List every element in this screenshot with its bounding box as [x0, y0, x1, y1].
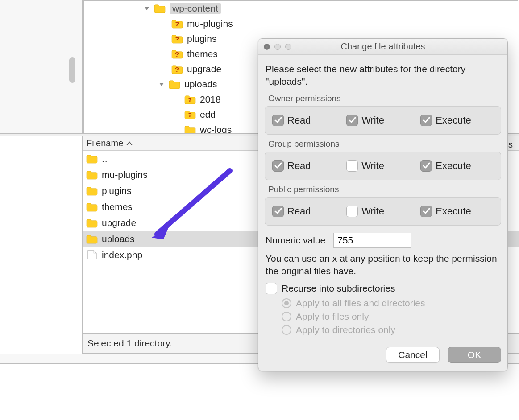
checkbox-icon — [272, 206, 284, 217]
public-read-checkbox[interactable]: Read — [272, 206, 345, 217]
folder-icon — [86, 186, 98, 196]
file-icon — [86, 250, 98, 260]
folder-unknown-icon — [184, 95, 196, 104]
left-gutter — [0, 0, 83, 133]
perm-label: Execute — [436, 160, 471, 172]
folder-unknown-icon — [171, 19, 183, 29]
owner-read-checkbox[interactable]: Read — [272, 115, 345, 126]
file-name: mu-plugins — [102, 169, 148, 180]
tree-label: wp-content — [170, 3, 221, 14]
folder-unknown-icon — [171, 34, 183, 44]
file-name: uploads — [102, 234, 135, 244]
tree-label: edd — [200, 109, 216, 120]
checkbox-icon — [272, 115, 284, 126]
tree-label: upgrade — [187, 64, 221, 74]
recurse-checkbox[interactable]: Recurse into subdirectories — [266, 283, 500, 294]
radio-label: Apply to all files and directories — [296, 298, 425, 309]
group-title: Public permissions — [268, 185, 501, 194]
perm-label: Read — [287, 115, 311, 126]
file-name: upgrade — [102, 218, 136, 228]
dialog-instruction: Please select the new attributes for the… — [266, 63, 500, 88]
tree-row-wp-content[interactable]: wp-content — [84, 1, 518, 16]
numeric-value-input[interactable] — [333, 233, 411, 248]
checkbox-icon — [420, 206, 432, 217]
status-text: Selected 1 directory. — [87, 338, 172, 349]
tree-label: 2018 — [200, 94, 221, 105]
folder-unknown-icon — [184, 110, 196, 119]
folder-unknown-icon — [171, 49, 183, 59]
radio-icon — [282, 325, 291, 335]
perm-label: Read — [287, 206, 311, 217]
owner-write-checkbox[interactable]: Write — [346, 115, 419, 126]
checkbox-icon — [346, 206, 358, 217]
disclosure-icon[interactable] — [143, 4, 151, 12]
public-permissions-group: Public permissions Read Write Execute — [265, 185, 501, 226]
numeric-value-label: Numeric value: — [266, 235, 328, 246]
radio-label: Apply to files only — [296, 311, 369, 322]
perm-label: Write — [361, 160, 384, 172]
group-write-checkbox[interactable]: Write — [346, 160, 419, 172]
perm-label: Execute — [436, 206, 471, 217]
tree-row[interactable]: mu-plugins — [84, 16, 518, 31]
tree-label: uploads — [184, 79, 217, 90]
checkbox-icon — [420, 160, 432, 172]
group-title: Owner permissions — [268, 94, 501, 103]
file-name: themes — [102, 202, 133, 212]
radio-apply-all: Apply to all files and directories — [282, 298, 500, 309]
left-pane-blank — [0, 136, 83, 354]
file-name: plugins — [102, 185, 132, 196]
folder-icon — [154, 4, 166, 13]
perm-label: Write — [361, 206, 384, 217]
public-execute-checkbox[interactable]: Execute — [420, 206, 494, 217]
disclosure-icon[interactable] — [158, 80, 166, 88]
folder-icon — [86, 154, 98, 164]
tree-label: mu-plugins — [187, 18, 233, 29]
radio-apply-files: Apply to files only — [282, 311, 500, 322]
ok-button[interactable]: OK — [448, 347, 501, 363]
public-write-checkbox[interactable]: Write — [346, 206, 419, 217]
dialog-title: Change file attributes — [258, 41, 507, 52]
cancel-button[interactable]: Cancel — [386, 347, 440, 363]
radio-icon — [282, 298, 291, 308]
perm-label: Execute — [436, 115, 471, 126]
window-minimize-icon[interactable] — [274, 44, 281, 50]
file-name: .. — [102, 153, 108, 164]
owner-execute-checkbox[interactable]: Execute — [420, 115, 494, 126]
radio-icon — [282, 312, 291, 321]
sort-ascending-icon — [126, 140, 133, 147]
folder-icon — [86, 202, 98, 212]
window-close-icon[interactable] — [264, 44, 270, 50]
dialog-hint: You can use an x at any position to keep… — [266, 252, 500, 278]
window-controls[interactable] — [264, 44, 291, 50]
folder-icon — [168, 79, 181, 89]
perm-label: Read — [287, 160, 311, 172]
perm-label: Write — [361, 115, 384, 126]
recurse-label: Recurse into subdirectories — [282, 283, 395, 294]
group-read-checkbox[interactable]: Read — [272, 160, 345, 172]
scrollbar-thumb[interactable] — [69, 57, 75, 83]
folder-icon — [86, 218, 98, 228]
radio-apply-dirs: Apply to directories only — [282, 325, 500, 335]
owner-permissions-group: Owner permissions Read Write Execute — [265, 94, 501, 135]
checkbox-icon — [266, 283, 277, 294]
folder-unknown-icon — [171, 64, 183, 74]
folder-icon — [86, 234, 98, 244]
radio-label: Apply to directories only — [296, 325, 395, 335]
change-file-attributes-dialog: Change file attributes Please select the… — [258, 38, 508, 371]
group-permissions-group: Group permissions Read Write Execute — [265, 139, 501, 180]
checkbox-icon — [272, 160, 284, 172]
file-name: index.php — [102, 250, 142, 260]
column-header-filename[interactable]: Filename — [87, 138, 123, 148]
checkbox-icon — [346, 160, 358, 172]
window-zoom-icon[interactable] — [285, 44, 291, 50]
group-title: Group permissions — [268, 139, 501, 149]
folder-icon — [86, 170, 98, 180]
tree-label: themes — [187, 49, 218, 59]
tree-label: plugins — [187, 33, 217, 44]
dialog-titlebar[interactable]: Change file attributes — [258, 39, 507, 55]
checkbox-icon — [420, 115, 432, 126]
group-execute-checkbox[interactable]: Execute — [420, 160, 494, 172]
checkbox-icon — [346, 115, 358, 126]
